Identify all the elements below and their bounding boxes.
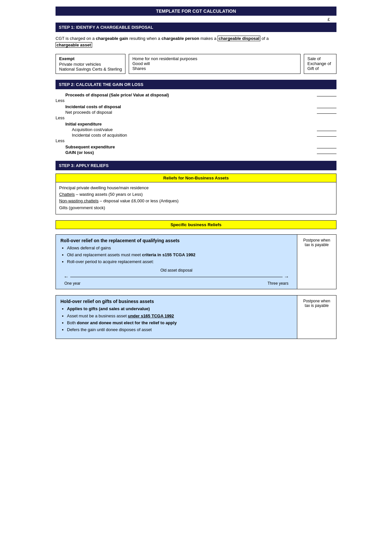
rollover-bullet-2: Old and replacement assets must meet cri… [67,252,292,258]
timeline-label: Old asset disposal [64,268,289,273]
specific-business-header-box: Specific business Reliefs [56,220,336,229]
exempt-item-2: National Savings Certs & Sterling [59,67,122,72]
row-proceeds: Proceeds of disposal (Sale price/ Value … [56,92,336,97]
non-business-relief-box: Reliefs for Non-Business Assets Principa… [56,174,336,214]
timeline-arrow-line [70,277,283,278]
row-less1: Less [56,98,336,104]
acquisition-cost-line [317,131,336,131]
exempt-title: Exempt [59,56,122,61]
step3-header: STEP 3: APPLY RELIEFS [56,161,336,170]
rollover-postpone-text: Postpone whentax is payable [303,238,330,247]
rollover-title: Roll-over relief on the replacement of q… [60,238,292,243]
exempt-box: Exempt Private motor vehicles National S… [56,54,125,74]
proceeds-label: Proceeds of disposal (Sale price/ Value … [65,92,314,97]
holdover-title: Hold-over relief on gifts of business as… [60,299,292,304]
subsequent-label: Subsequent expenditure [65,144,314,149]
non-business-relief-content: Principal private dwelling house/main re… [56,182,336,214]
holdover-bullet-3: Both donor and donee must elect for the … [67,320,292,326]
less2-label: Less [56,115,336,120]
incidental-label: Incidental costs of disposal [65,104,314,109]
timeline-left-label: One year [64,281,80,286]
holdover-main: Hold-over relief on gifts of business as… [56,295,297,339]
sale-box: Sale of Exchange of Gift of [304,54,336,74]
incidental-acq-label: Incidental costs of acquisition [72,133,314,138]
sale-item-2: Exchange of [307,61,333,66]
holdover-bullet-2: Asset must be a business asset under s16… [67,313,292,319]
row-less3: Less [56,138,336,144]
rollover-bullet-3: Roll-over period to acquire replacement … [67,259,292,265]
rollover-bullets: Allows deferral of gains Old and replace… [67,245,292,265]
row-initial: Initial expenditure [56,122,336,126]
exempt-item-1: Private motor vehicles [59,62,122,67]
holdover-postpone-box: Postpone whentax is payable [297,295,336,339]
middle-item-2: Good will [132,61,297,66]
row-gain: GAIN (or loss) [56,150,336,155]
less1-label: Less [56,98,336,103]
step2-content: Proceeds of disposal (Sale price/ Value … [56,92,336,155]
timeline-ends: One year Three years [64,281,289,286]
middle-box: Home for non residential purposes Good w… [129,54,301,74]
middle-item-1: Home for non residential purposes [132,56,297,61]
row-incidental-acquisition: Incidental costs of acquisition [56,133,336,138]
timeline-arrow-row: ← → [64,274,289,280]
rollover-timeline: Old asset disposal ← → One year Three ye… [60,268,292,286]
step1-boxes: Exempt Private motor vehicles National S… [56,54,336,74]
row-acquisition-cost: Acquisition cost/value [56,127,336,132]
step1-header: STEP 1: IDENTIFY A CHARGEABLE DISPOSAL [56,23,336,32]
net-proceeds-label: Net proceeds of disposal [65,110,314,115]
rollover-main: Roll-over relief on the replacement of q… [56,235,297,289]
row-less2: Less [56,115,336,121]
relief-item-1: Principal private dwelling house/main re… [59,185,333,191]
holdover-bullet-1: Applies to gifts (and sales at undervalu… [67,306,292,312]
rollover-bullet-1: Allows deferral of gains [67,245,292,251]
sale-item-3: Gift of [307,66,333,71]
row-incidental: Incidental costs of disposal [56,104,336,109]
acquisition-cost-label: Acquisition cost/value [72,127,314,132]
incidental-line [317,108,336,108]
non-business-relief-header: Reliefs for Non-Business Assets [56,174,336,182]
step1-intro: CGT is charged on a chargeable gain resu… [56,35,336,48]
subsequent-line [317,148,336,148]
proceeds-line [317,96,336,96]
relief-item-3: Non-wasting chattels – disposal value £6… [59,198,333,204]
arrow-right-icon: → [284,274,289,280]
sale-item-1: Sale of [307,56,333,61]
arrow-left-icon: ← [64,274,69,280]
holdover-postpone-text: Postpone whentax is payable [303,299,330,308]
timeline-right-label: Three years [268,281,288,286]
gain-line [317,154,336,154]
holdover-bullet-4: Defers the gain until donee disposes of … [67,327,292,333]
rollover-relief-box: Roll-over relief on the replacement of q… [56,234,336,290]
page-title: TEMPLATE FOR CGT CALCULATION [56,7,336,16]
holdover-bullets: Applies to gifts (and sales at undervalu… [67,306,292,333]
pound-header: £ [56,17,336,22]
relief-item-4: Gilts (government stock) [59,205,333,211]
specific-business-header: Specific business Reliefs [56,221,336,229]
incidental-acq-line [317,136,336,137]
step2-header: STEP 2: CALCULATE THE GAIN OR LOSS [56,80,336,89]
initial-label: Initial expenditure [65,122,336,126]
rollover-postpone-box: Postpone whentax is payable [297,235,336,289]
middle-item-3: Shares [132,66,297,71]
holdover-relief-box: Hold-over relief on gifts of business as… [56,295,336,339]
row-net-proceeds: Net proceeds of disposal [56,110,336,115]
net-proceeds-line [317,113,336,114]
gain-label: GAIN (or loss) [65,150,314,155]
relief-item-2: Chattels – wasting assets (50 years or L… [59,192,333,197]
less3-label: Less [56,138,336,143]
row-subsequent: Subsequent expenditure [56,144,336,149]
